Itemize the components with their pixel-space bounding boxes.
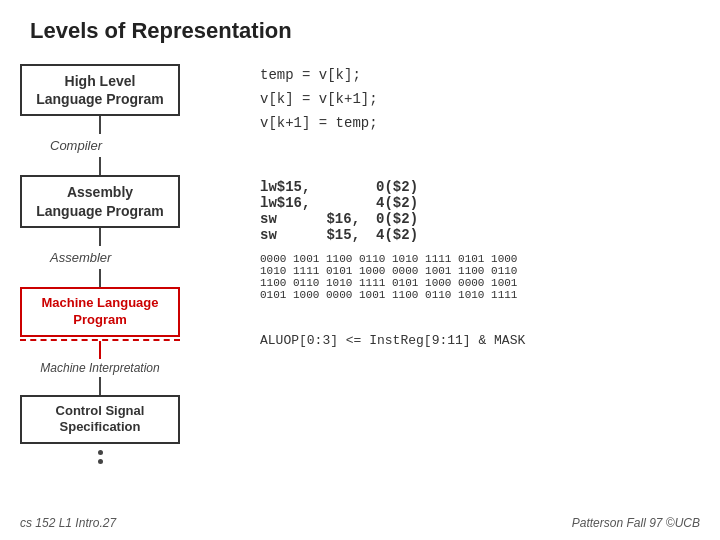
mcode-2: 1010 1111 0101 1000 0000 1001 1100 0110 [260, 265, 517, 277]
asm-1-1: lw$15, [260, 179, 326, 195]
asm-2-1: lw$16, [260, 195, 326, 211]
asm-2-2 [326, 195, 376, 211]
asm-3-3: 0($2) [376, 211, 418, 227]
asm-row-3: sw $16, 0($2) [260, 211, 418, 227]
assembler-label: Assembler [50, 250, 111, 265]
left-column: High Level Language Program Compiler Ass… [20, 54, 240, 464]
machine-row-3: 1100 0110 1010 1111 0101 1000 0000 1001 [260, 277, 700, 289]
machine-interp-label: Machine Interpretation [20, 361, 180, 375]
control-box: Control Signal Specification [20, 395, 180, 445]
code-line-1: temp = v[k]; [260, 64, 700, 88]
asm-row-4: sw $15, 4($2) [260, 227, 418, 243]
dot-1 [98, 450, 103, 455]
mcode-1: 0000 1001 1100 0110 1010 1111 0101 1000 [260, 253, 517, 265]
arrow-2 [99, 157, 101, 175]
mcode-3: 1100 0110 1010 1111 0101 1000 0000 1001 [260, 277, 517, 289]
asm-1-2 [326, 179, 376, 195]
asm-3-1: sw [260, 211, 326, 227]
right-column: temp = v[k]; v[k] = v[k+1]; v[k+1] = tem… [240, 54, 700, 464]
high-level-box: High Level Language Program [20, 64, 180, 116]
page-title: Levels of Representation [0, 0, 720, 54]
asm-1-3: 0($2) [376, 179, 418, 195]
machine-row-1: 0000 1001 1100 0110 1010 1111 0101 1000 [260, 253, 700, 265]
dot-2 [98, 459, 103, 464]
code-line-3: v[k+1] = temp; [260, 112, 700, 136]
compiler-label: Compiler [50, 138, 102, 153]
machine-row-2: 1010 1111 0101 1000 0000 1001 1100 0110 [260, 265, 700, 277]
machine-box: Machine Language Program [20, 287, 180, 337]
asm-row-2: lw$16, 4($2) [260, 195, 418, 211]
machine-code-block: 0000 1001 1100 0110 1010 1111 0101 1000 … [260, 253, 700, 301]
aluop-line: ALUOP[0:3] <= InstReg[9:11] & MASK [260, 333, 700, 348]
arrow-5 [99, 341, 101, 359]
footer: cs 152 L1 Intro.27 Patterson Fall 97 ©UC… [0, 516, 720, 530]
arrow-1 [99, 116, 101, 134]
footer-left: cs 152 L1 Intro.27 [20, 516, 116, 530]
code-line-2: v[k] = v[k+1]; [260, 88, 700, 112]
dots-area [20, 450, 180, 464]
assembly-code-area: lw$15, 0($2) lw$16, 4($2) sw $16, 0($2) … [260, 179, 700, 243]
arrow-4 [99, 269, 101, 287]
arrow-6 [99, 377, 101, 395]
machine-row-4: 0101 1000 0000 1001 1100 0110 1010 1111 [260, 289, 700, 301]
assembly-box: Assembly Language Program [20, 175, 180, 227]
assembly-table: lw$15, 0($2) lw$16, 4($2) sw $16, 0($2) … [260, 179, 418, 243]
asm-2-3: 4($2) [376, 195, 418, 211]
mcode-4: 0101 1000 0000 1001 1100 0110 1010 1111 [260, 289, 517, 301]
asm-4-2: $15, [326, 227, 376, 243]
asm-3-2: $16, [326, 211, 376, 227]
asm-4-4: 4($2) [376, 227, 418, 243]
hl-code-block: temp = v[k]; v[k] = v[k+1]; v[k+1] = tem… [260, 64, 700, 135]
footer-right: Patterson Fall 97 ©UCB [572, 516, 700, 530]
asm-row-1: lw$15, 0($2) [260, 179, 418, 195]
asm-4-1: sw [260, 227, 326, 243]
arrow-3 [99, 228, 101, 246]
